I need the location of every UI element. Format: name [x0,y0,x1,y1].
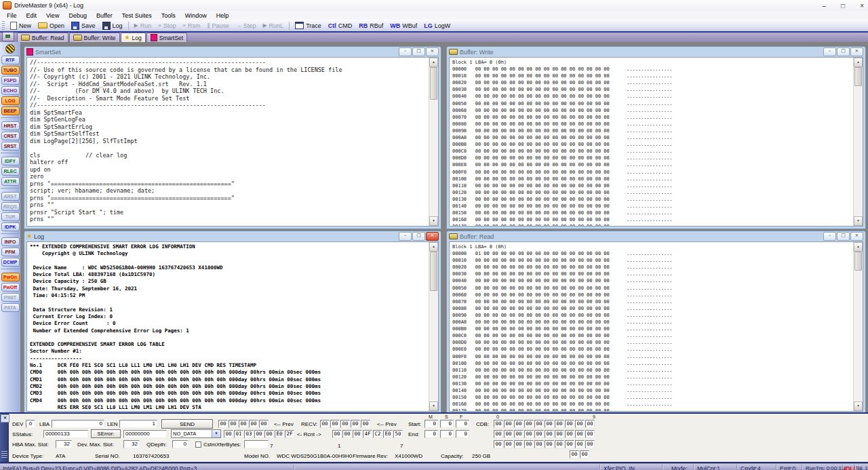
sidebar-button-pinit[interactable]: PINIT [1,293,20,302]
byte-box[interactable]: 00 [545,440,554,448]
toolbar-button-run[interactable]: ▶Run [131,20,155,31]
sidebar-button-echo[interactable]: ECHO [1,86,20,95]
byte-box[interactable]: 00 [575,420,585,428]
menu-buffer[interactable]: Buffer [92,12,117,19]
sidebar-button-hrst[interactable]: HRST [1,121,20,130]
byte-box[interactable]: 00 [585,420,595,428]
dev-field[interactable]: 0 [26,420,35,428]
close-icon[interactable]: × [860,2,864,9]
sidebar-button-arst[interactable]: ARST [1,192,20,201]
toolbar-button-cmd[interactable]: CtlCMD [325,20,356,31]
sidebar-button-rlec[interactable]: RLEC [1,167,20,176]
bee-icon[interactable] [5,44,15,54]
scroll-up-icon[interactable]: ▲ [854,58,863,67]
scroll-thumb[interactable] [430,252,437,291]
sidebar-button-tubo[interactable]: TUBO [1,66,20,75]
menu-tools[interactable]: Tools [157,12,180,19]
toolbar-button-rsm[interactable]: »Rsm [179,20,203,31]
toolbar-button-stop[interactable]: ×Stop [155,20,179,31]
tab-log[interactable]: ★Log [121,33,146,42]
vertical-scrollbar[interactable]: ▲ ▼ [853,58,863,226]
byte-box[interactable]: 00 [504,420,513,428]
panel-close-icon[interactable]: × [1,414,9,423]
byte-box[interactable]: 00 [504,430,513,438]
buffer-read-hex-dump[interactable]: Block 1 LBA= 0 (0h) 00000 01 00 00 00 00… [450,242,863,412]
byte-box[interactable]: 00 [524,440,534,448]
menu-file[interactable]: File [2,12,22,19]
scroll-down-icon[interactable]: ▼ [429,402,438,411]
sidebar-button-attr[interactable]: ATTR [1,177,20,186]
hba-max-slot-field[interactable]: 32 [56,440,72,448]
sidebar-button-reqs[interactable]: REQS [1,202,20,211]
byte-box[interactable]: 00 [534,430,544,438]
toolbar-button-open[interactable]: Open [35,20,68,31]
byte-box[interactable]: 00 [524,420,534,428]
sidebar-button-pfm[interactable]: PFM [1,248,20,256]
tabbar-corner-icon[interactable] [2,32,14,41]
byte-box[interactable]: 0 [425,420,438,428]
byte-box[interactable]: 00 [545,430,554,438]
serror-field[interactable]: 00000000 [123,430,167,438]
byte-box[interactable]: 00 [555,440,564,448]
sidebar-button-rtf[interactable]: RTF [1,56,20,64]
byte-box[interactable]: 00 [494,420,503,428]
smartset-script-text[interactable]: //--------------------------------------… [27,58,438,223]
menu-debug[interactable]: Debug [64,12,92,19]
restore-button[interactable]: □ [837,47,850,56]
restore-button[interactable]: □ [837,232,850,241]
menu-view[interactable]: View [41,12,64,19]
minimize-button[interactable]: – [399,232,412,241]
log-titlebar[interactable]: ★ Log – □ × [24,231,441,241]
toolbar-button-logw[interactable]: LGLogW [420,20,454,31]
toolbar-button-step[interactable]: →Step [233,20,260,31]
sidebar-button-tur[interactable]: TUR [1,212,20,221]
serror-button[interactable]: SError: [91,429,121,438]
close-button[interactable]: × [426,232,439,241]
toolbar-button-runl[interactable]: ▶RunL [259,20,287,31]
scroll-down-icon[interactable]: ▼ [854,216,863,226]
menu-window[interactable]: Window [180,12,212,19]
sidebar-button-pwoff[interactable]: PwOff [1,283,20,292]
byte-box[interactable]: 00 [585,440,595,448]
byte-box[interactable]: 00 [585,430,595,438]
dev-max-slot-field[interactable]: 32 [123,440,140,448]
sidebar-button-srst[interactable]: SRST [1,142,20,151]
log-output-text[interactable]: *** EXTENDED COMPREHENSIVE SMART ERROR L… [27,242,438,412]
byte-box[interactable]: 0 [456,420,469,428]
byte-box[interactable]: 00 [524,430,534,438]
scroll-up-icon[interactable]: ▲ [854,242,863,252]
buffer-write-titlebar[interactable]: Buffer: Write – □ × [447,47,865,57]
byte-box[interactable]: 00 [545,420,554,428]
len-field[interactable]: 1 [119,420,157,428]
byte-box[interactable]: 0 [440,420,454,428]
byte-box[interactable]: 0 [440,430,454,438]
byte-box[interactable]: 00 [570,450,579,458]
byte-box[interactable]: 00 [504,440,513,448]
smartset-titlebar[interactable]: SmartSet – □ × [24,47,441,57]
scroll-thumb[interactable] [854,67,862,86]
byte-box[interactable]: 00 [494,430,503,438]
toolbar-button-new[interactable]: New [7,20,35,31]
sidebar-button-idpk[interactable]: IDPK [1,222,20,231]
qdepth-field[interactable]: 0 [172,440,189,448]
minimize-button[interactable]: – [823,232,836,241]
scroll-up-icon[interactable]: ▲ [429,242,438,252]
sstatus-field[interactable]: 00000133 [43,430,88,438]
scroll-up-icon[interactable]: ▲ [429,58,438,67]
sidebar-button-dcmp[interactable]: DCMP [1,258,20,267]
byte-box[interactable]: 00 [575,440,585,448]
toolbar-button-log[interactable]: Log [99,20,126,31]
sidebar-button-log[interactable]: LOG [1,96,20,105]
scroll-thumb[interactable] [854,252,862,271]
byte-box[interactable]: 0 [456,430,469,438]
vertical-scrollbar[interactable]: ▲ ▼ [429,242,438,411]
title-bar[interactable]: DriveMaster 9 (x64) - Log – □ × [0,0,868,11]
sidebar-button-pwon[interactable]: PwOn [1,273,20,281]
data-mode-select[interactable]: NO_DATA ▼ [171,429,221,438]
vertical-scrollbar[interactable]: ▲ ▼ [429,58,438,226]
byte-box[interactable]: 00 [565,420,574,428]
buffer-write-hex-dump[interactable]: Block 1 LBA= 0 (0h) 00000 00 00 00 00 00… [450,58,863,227]
byte-box[interactable]: 00 [514,430,524,438]
toolbar-button-rbuf[interactable]: RBRBuf [355,20,387,31]
close-button[interactable]: × [850,47,863,56]
